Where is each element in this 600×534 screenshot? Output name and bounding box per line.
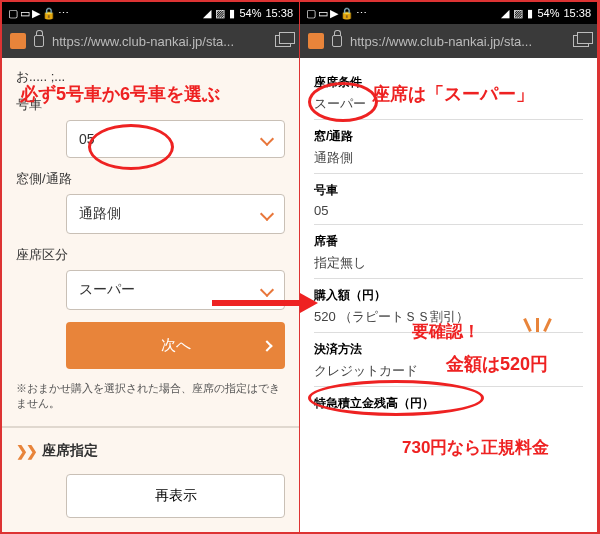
car-select[interactable]: 05: [66, 120, 285, 158]
car-label: 号車: [314, 182, 583, 199]
status-icon: 🔒: [340, 7, 354, 20]
status-icon: ⋯: [58, 7, 69, 20]
chevron-down-icon: [260, 207, 274, 221]
lock-icon: [34, 35, 44, 47]
class-value: スーパー: [79, 281, 135, 299]
side-select[interactable]: 通路側: [66, 194, 285, 234]
divider: [314, 332, 583, 333]
redisplay-label: 再表示: [155, 487, 197, 503]
seat-section-label: 座席指定: [42, 442, 98, 460]
status-icon: ▶: [330, 7, 338, 20]
lock-icon: [332, 35, 342, 47]
divider: [314, 224, 583, 225]
battery-icon: ▮: [527, 7, 533, 20]
url-text: https://www.club-nankai.jp/sta...: [350, 34, 565, 49]
seat-value: 指定無し: [314, 254, 583, 272]
pay-value: クレジットカード: [314, 362, 583, 380]
car-value: 05: [79, 131, 95, 147]
divider: [314, 278, 583, 279]
clock: 15:38: [265, 7, 293, 19]
cond-label: 座席条件: [314, 74, 583, 91]
status-icon: 🔒: [42, 7, 56, 20]
status-icon: ⋯: [356, 7, 367, 20]
next-button[interactable]: 次へ: [66, 322, 285, 369]
no-sim-icon: ▨: [513, 7, 523, 20]
status-icon: ▢: [306, 7, 316, 20]
cond-value: スーパー: [314, 95, 583, 113]
pay-label: 決済方法: [314, 341, 583, 358]
signal-icon: ◢: [203, 7, 211, 20]
amount-label: 購入額（円）: [314, 287, 583, 304]
next-label: 次へ: [161, 336, 191, 355]
seat-section-header: ❯❯ 座席指定: [16, 442, 285, 460]
tabs-icon[interactable]: [275, 35, 291, 47]
tabs-icon[interactable]: [573, 35, 589, 47]
status-icon: ▶: [32, 7, 40, 20]
divider: [314, 173, 583, 174]
battery-pct: 54%: [239, 7, 261, 19]
side-value: 通路側: [314, 149, 583, 167]
balance-label: 特急積立金残高（円）: [314, 395, 583, 412]
status-icon: ▢: [8, 7, 18, 20]
status-bar: ▢ ▭ ▶ 🔒 ⋯ ◢ ▨ ▮ 54% 15:38: [2, 2, 299, 24]
battery-icon: ▮: [229, 7, 235, 20]
side-label: 窓側/通路: [16, 170, 285, 188]
divider: [314, 386, 583, 387]
favicon-icon: [308, 33, 324, 49]
browser-bar: https://www.club-nankai.jp/sta...: [2, 24, 299, 58]
note-text: ※おまかせ購入を選択された場合、座席の指定はできません。: [16, 381, 285, 412]
side-label: 窓/通路: [314, 128, 583, 145]
no-sim-icon: ▨: [215, 7, 225, 20]
status-bar: ▢ ▭ ▶ 🔒 ⋯ ◢ ▨ ▮ 54% 15:38: [300, 2, 597, 24]
clock: 15:38: [563, 7, 591, 19]
side-value: 通路側: [79, 205, 121, 223]
chevron-right-icon: [261, 340, 272, 351]
partial-text: お..... ;...: [16, 68, 285, 86]
chevron-down-icon: [260, 132, 274, 146]
car-value: 05: [314, 203, 583, 218]
class-select[interactable]: スーパー: [66, 270, 285, 310]
divider: [314, 119, 583, 120]
browser-bar: https://www.club-nankai.jp/sta...: [300, 24, 597, 58]
seat-label: 席番: [314, 233, 583, 250]
url-text: https://www.club-nankai.jp/sta...: [52, 34, 267, 49]
battery-pct: 54%: [537, 7, 559, 19]
double-chevron-icon: ❯❯: [16, 443, 36, 459]
status-icon: ▭: [20, 7, 30, 20]
status-icon: ▭: [318, 7, 328, 20]
divider: [2, 426, 299, 428]
signal-icon: ◢: [501, 7, 509, 20]
class-label: 座席区分: [16, 246, 285, 264]
car-label: 号車: [16, 96, 285, 114]
chevron-down-icon: [260, 283, 274, 297]
redisplay-button[interactable]: 再表示: [66, 474, 285, 518]
favicon-icon: [10, 33, 26, 49]
amount-value: 520 （ラピートＳＳ割引）: [314, 308, 583, 326]
